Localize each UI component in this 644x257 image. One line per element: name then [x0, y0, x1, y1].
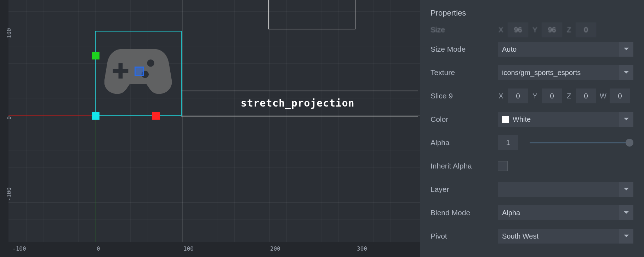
panel-title: Properties [431, 8, 633, 18]
svg-point-2 [147, 59, 154, 67]
slice9-w-input[interactable]: 0 [610, 88, 630, 103]
ruler-h-tick: -100 [12, 245, 26, 252]
color-value: White [513, 115, 531, 124]
axis-label-x: X [498, 92, 504, 100]
handle-origin[interactable] [92, 112, 99, 120]
blend-mode-select[interactable]: Alpha [498, 205, 633, 220]
row-alpha: Alpha 1 [431, 131, 633, 154]
texture-value: icons/gm_sports_esports [502, 69, 581, 77]
chevron-down-icon [619, 112, 633, 127]
size-y-input[interactable]: 96 [542, 22, 562, 37]
ruler-h-tick: 300 [357, 245, 367, 252]
slice9-y-input[interactable]: 0 [542, 88, 562, 103]
svg-rect-1 [113, 69, 129, 73]
axis-label-y: Y [532, 92, 538, 100]
chevron-down-icon [619, 42, 633, 57]
panel-splitter[interactable] [418, 140, 420, 161]
chevron-down-icon [619, 205, 633, 220]
row-pivot: Pivot South West [431, 224, 633, 248]
pivot-select[interactable]: South West [498, 229, 633, 244]
inherit-alpha-checkbox[interactable] [498, 161, 508, 171]
label-pivot: Pivot [431, 232, 498, 240]
handle-scale-x[interactable] [152, 112, 160, 120]
label-blend-mode: Blend Mode [431, 209, 498, 217]
row-layer: Layer [431, 178, 633, 201]
editor-canvas[interactable]: stretch_projection 100 0 -100 -100 0 100… [0, 0, 420, 257]
size-mode-value: Auto [502, 45, 517, 53]
row-texture: Texture icons/gm_sports_esports [431, 61, 633, 84]
pivot-value: South West [502, 232, 538, 240]
row-inherit-alpha: Inherit Alpha [431, 154, 633, 178]
node-outline-upper[interactable] [268, 0, 355, 29]
size-z-input[interactable]: 0 [576, 22, 596, 37]
slice9-z-input[interactable]: 0 [576, 88, 596, 103]
chevron-down-icon [619, 182, 633, 197]
label-texture: Texture [431, 68, 498, 77]
axis-label-y: Y [532, 26, 538, 34]
chevron-down-icon [619, 65, 633, 80]
ruler-v-tick: 0 [6, 116, 12, 120]
ruler-v-tick: -100 [6, 187, 12, 201]
handle-scale-y[interactable] [92, 52, 99, 59]
layer-select[interactable] [498, 182, 633, 197]
alpha-slider[interactable] [530, 137, 633, 149]
color-select[interactable]: White [498, 112, 633, 127]
slider-thumb[interactable] [626, 139, 633, 147]
ruler-h-tick: 0 [97, 245, 100, 252]
axis-y-negative [96, 115, 96, 242]
axis-x-negative [8, 115, 96, 116]
size-mode-select[interactable]: Auto [498, 42, 633, 57]
axis-label-x: X [498, 26, 504, 34]
row-blend-mode: Blend Mode Alpha [431, 201, 633, 224]
texture-select[interactable]: icons/gm_sports_esports [498, 65, 633, 80]
alpha-input[interactable]: 1 [498, 135, 518, 150]
ruler-v-tick: 100 [6, 28, 12, 38]
size-x-input[interactable]: 96 [508, 22, 528, 37]
ruler-h-tick: 200 [270, 245, 280, 252]
axis-label-z: Z [566, 26, 572, 34]
label-slice9: Slice 9 [431, 92, 498, 100]
ruler-vertical: 100 0 -100 [0, 0, 8, 242]
axis-label-z: Z [566, 92, 572, 100]
blend-mode-value: Alpha [502, 209, 520, 217]
color-swatch [502, 116, 509, 123]
handle-move[interactable] [135, 67, 144, 76]
node-name-label: stretch_projection [241, 97, 354, 109]
row-size-mode: Size Mode Auto [431, 38, 633, 61]
ruler-h-tick: 100 [183, 245, 194, 252]
label-layer: Layer [431, 185, 498, 194]
slice9-x-input[interactable]: 0 [508, 88, 528, 103]
slider-track [530, 142, 633, 143]
label-size-mode: Size Mode [431, 45, 498, 53]
row-slice9: Slice 9 X 0 Y 0 Z 0 W 0 [431, 84, 633, 108]
ruler-horizontal: -100 0 100 200 300 [0, 242, 420, 257]
chevron-down-icon [619, 229, 633, 244]
label-inherit-alpha: Inherit Alpha [431, 162, 498, 170]
properties-panel: Properties Size X 96 Y 96 Z 0 Size Mode … [420, 0, 644, 257]
row-color: Color White [431, 108, 633, 131]
row-size: Size X 96 Y 96 Z 0 [431, 22, 633, 38]
label-size: Size [431, 25, 498, 34]
grid-major [0, 0, 420, 257]
axis-label-w: W [600, 92, 606, 100]
label-color: Color [431, 115, 498, 124]
label-alpha: Alpha [431, 138, 498, 147]
